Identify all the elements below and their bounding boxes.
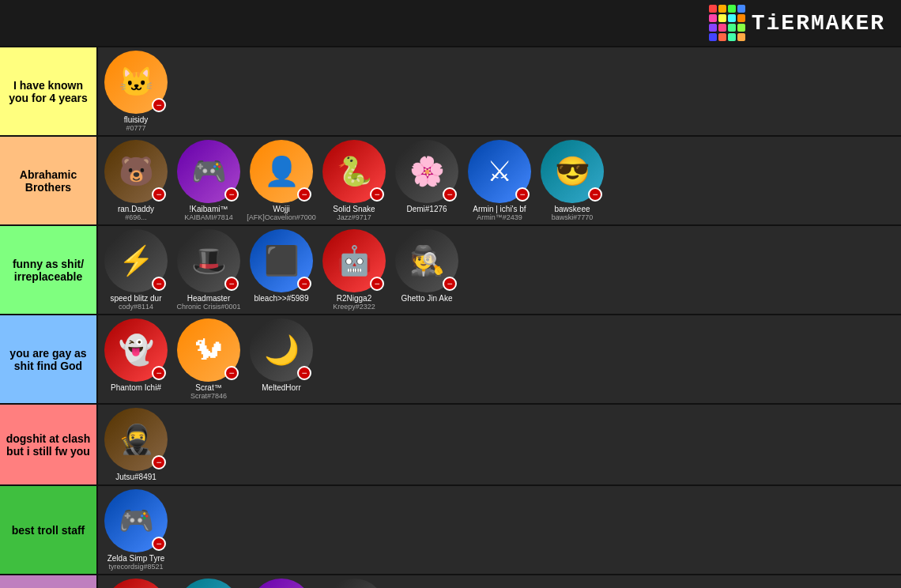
logo-dot [728,33,736,41]
remove-button[interactable]: − [152,455,166,469]
member-card[interactable]: 🐱−fluisidy#0777 [101,51,171,132]
member-card[interactable]: 🤖−R2Nigga2Kreepy#2322 [319,229,389,311]
member-card[interactable]: 🌸−Demi#1276 [392,140,462,213]
remove-button[interactable]: − [224,366,239,380]
avatar-container: 🎩− [177,229,240,292]
avatar-container: 🐻− [104,140,168,203]
avatar-container: 🤖− [322,229,386,292]
avatar-container: 🎮− [177,140,240,203]
tier-label-s: I have known you for 4 years [0,47,98,135]
member-name: Scrat™ [195,383,221,392]
tier-content-a: 🐻−ran.Daddy#696...🎮−!Kaibami™KAIBAMI#781… [98,137,901,224]
logo-dot [709,5,717,13]
avatar-container: 🕵− [395,229,458,292]
member-card[interactable]: 🕵−Ghetto Jin Ake [392,229,462,303]
logo-dot [737,24,745,32]
logo-dot [709,14,717,22]
tiermaker-logo: TiERMAKER [709,5,885,41]
tier-row-a: Abrahamic Brothers🐻−ran.Daddy#696...🎮−!K… [0,137,901,226]
tier-label-d: dogshit at clash but i still fw you [0,405,98,484]
logo-dot [709,33,717,41]
logo-dot [718,5,726,13]
remove-button[interactable]: − [152,187,166,202]
member-card[interactable]: 😎−bawskeeebawski#7770 [537,140,607,221]
logo-dot [718,33,726,41]
member-name: Solid Snake [333,205,375,213]
member-card[interactable]: 🐍−Solid SnakeJazz#9717 [319,140,389,221]
member-name: fluisidy [124,115,149,124]
member-name: Zelda Simp Tyre [107,554,165,563]
member-card[interactable]: ⬛−bleach>>#5989 [247,229,316,303]
remove-button[interactable]: − [588,187,602,202]
member-name: Armin | ichi's bf [473,205,526,213]
member-tag: KAIBAMI#7814 [184,213,233,221]
tier-content-f: 👤−Human ResourcDonovan#8981🎭−tamakiiTama… [98,575,901,588]
member-tag: Jazz#9717 [337,213,371,221]
member-name: Wojji [273,205,289,213]
member-card[interactable]: ⚔−Armin | ichi's bfArmin™#2439 [465,140,534,221]
member-tag: tyrecordsig#8521 [108,563,163,571]
remove-button[interactable]: − [152,537,166,551]
remove-button[interactable]: − [152,98,166,112]
tier-label-a: Abrahamic Brothers [0,137,98,224]
tier-label-b: funny as shit/ irreplaceable [0,226,98,314]
member-card[interactable]: 👤−Human ResourcDonovan#8981 [101,579,171,588]
remove-button[interactable]: − [515,187,530,202]
remove-button[interactable]: − [443,187,457,202]
member-card[interactable]: 🥷−Jutsu#8491 [101,408,171,481]
avatar-container: 🥷− [104,408,168,471]
logo-dot [709,24,717,32]
remove-button[interactable]: − [297,277,311,291]
avatar-container: ⬛− [250,229,313,292]
avatar-container: 🌸− [395,140,458,203]
member-card[interactable]: 🎮−!Kaibami™KAIBAMI#7814 [174,140,243,221]
avatar-container: ⚡− [104,229,168,292]
tier-content-s: 🐱−fluisidy#0777 [98,47,901,135]
member-card[interactable]: 🎩−HeadmasterChronic Crisis#0001 [174,229,243,311]
remove-button[interactable]: − [224,187,239,202]
tier-row-s: I have known you for 4 years🐱−fluisidy#0… [0,47,901,137]
remove-button[interactable]: − [370,187,384,202]
member-card[interactable]: 💨−Dream😩#3144 [319,579,389,588]
avatar-container: 👤− [104,579,168,588]
member-name: speed blitz dur [110,294,161,303]
logo-dot [718,24,726,32]
avatar-container: 🎭− [177,579,240,588]
member-card[interactable]: 🐿−Scrat™Scrat#7846 [174,318,243,400]
avatar-container: 👤− [250,140,313,203]
avatar-container: 💨− [322,579,386,588]
remove-button[interactable]: − [297,366,311,380]
remove-button[interactable]: − [370,277,384,291]
member-card[interactable]: 🐻−ran.Daddy#696... [101,140,171,221]
remove-button[interactable]: − [297,187,311,202]
remove-button[interactable]: − [443,277,457,291]
logo-dot [718,14,726,22]
member-tag: Armin™#2439 [477,213,522,221]
logo-dot [737,14,745,22]
logo-dot [728,14,736,22]
remove-button[interactable]: − [224,277,239,291]
member-name: bleach>>#5989 [254,294,309,303]
member-card[interactable]: 🌙−MeltedHorr [247,318,316,392]
member-card[interactable]: ⚡−speed blitz durcody#8114 [101,229,171,311]
member-tag: cody#8114 [119,303,153,311]
remove-button[interactable]: − [152,277,166,291]
member-name: Demi#1276 [406,205,447,213]
tier-content-e: 🎮−Zelda Simp Tyretyrecordsig#8521 [98,486,901,574]
member-name: ran.Daddy [118,205,154,213]
avatar: 💨 [322,579,386,588]
logo-dot [737,5,745,13]
tier-content-b: ⚡−speed blitz durcody#8114🎩−HeadmasterCh… [98,226,901,314]
member-card[interactable]: 🎮−Zelda Simp Tyretyrecordsig#8521 [101,489,171,571]
remove-button[interactable]: − [152,366,166,380]
avatar-container: 🐱− [104,51,168,114]
logo-grid [709,5,745,41]
member-card[interactable]: 👻−Phantom Ichi# [101,318,171,392]
avatar-container: 🐍− [322,140,386,203]
member-tag: Kreepy#2322 [333,303,375,311]
member-name: Headmaster [187,294,230,303]
member-card[interactable]: 🐴−egirltaco#5443 [247,579,316,588]
member-card[interactable]: 🎭−tamakiiTamakii#9848 [174,579,243,588]
member-card[interactable]: 👤−Wojji[AFK]Ocavelion#7000 [247,140,316,221]
tier-label-e: best troll staff [0,486,98,574]
